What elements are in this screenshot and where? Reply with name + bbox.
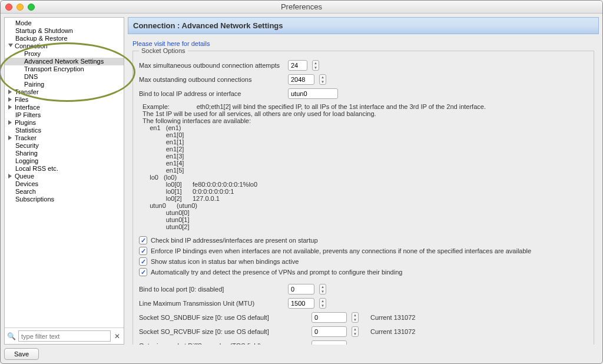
sidebar-item-queue[interactable]: Queue — [5, 173, 124, 180]
rcvbuf-input[interactable] — [312, 326, 347, 337]
preferences-main: Connection : Advanced Network Settings P… — [128, 17, 599, 345]
traffic-lights — [1, 4, 35, 11]
sidebar-item-label: Subscriptions — [15, 196, 54, 203]
sidebar-item-label: Security — [15, 142, 39, 150]
sndbuf-input[interactable] — [312, 312, 347, 323]
max-outstanding-label: Max outstanding outbound connections — [139, 76, 283, 83]
filter-input[interactable] — [18, 330, 111, 342]
bind-port-input[interactable] — [288, 284, 314, 294]
sidebar-item-files[interactable]: Files — [5, 96, 124, 104]
max-outstanding-stepper[interactable]: ▲▼ — [319, 74, 326, 85]
sidebar-item-pairing[interactable]: Pairing — [5, 81, 124, 88]
detect-vpn-label: Automatically try and detect the presenc… — [151, 269, 402, 276]
minimize-window-icon[interactable] — [16, 4, 24, 11]
sidebar-item-label: IP Filters — [15, 111, 41, 119]
chevron-down-icon[interactable] — [8, 44, 14, 49]
chevron-right-icon[interactable] — [8, 120, 14, 125]
sidebar-item-local-rss-etc-[interactable]: Local RSS etc. — [5, 165, 124, 173]
check-bind-startup-label: Check bind IP addresses/interfaces are p… — [151, 237, 318, 244]
preferences-tree[interactable]: ModeStartup & ShutdownBackup & RestoreCo… — [5, 18, 124, 327]
mtu-stepper[interactable]: ▲▼ — [319, 298, 326, 309]
tos-input[interactable] — [312, 340, 347, 345]
tos-label: Outgoing packet DiffServ value (TOS fiel… — [139, 342, 307, 345]
chevron-right-icon[interactable] — [8, 174, 14, 179]
sidebar-item-label: Statistics — [15, 127, 41, 134]
sndbuf-stepper[interactable]: ▲▼ — [352, 312, 359, 323]
sidebar-item-statistics[interactable]: Statistics — [5, 127, 124, 134]
enforce-bindings-checkbox[interactable] — [139, 247, 147, 255]
window-title: Preferences — [1, 2, 602, 11]
sidebar-item-security[interactable]: Security — [5, 142, 124, 150]
sidebar-item-ip-filters[interactable]: IP Filters — [5, 111, 124, 119]
sidebar-item-label: DNS — [24, 73, 38, 81]
sidebar-item-mode[interactable]: Mode — [5, 19, 124, 27]
mtu-input[interactable] — [288, 298, 314, 309]
show-status-icon-checkbox[interactable] — [139, 257, 147, 266]
sidebar-item-plugins[interactable]: Plugins — [5, 119, 124, 127]
sidebar-item-label: Transfer — [15, 88, 39, 96]
preferences-sidebar: ModeStartup & ShutdownBackup & RestoreCo… — [4, 17, 124, 345]
details-link[interactable]: Please visit here for details — [128, 34, 599, 49]
sndbuf-label: Socket SO_SNDBUF size [0: use OS default… — [139, 314, 307, 321]
bind-port-stepper[interactable]: ▲▼ — [319, 284, 326, 294]
max-simultaneous-stepper[interactable]: ▲▼ — [312, 60, 319, 71]
bind-ip-label: Bind to local IP address or interface — [139, 90, 283, 97]
sidebar-item-transfer[interactable]: Transfer — [5, 88, 124, 96]
sidebar-item-label: Advanced Network Settings — [24, 58, 104, 65]
clear-filter-icon[interactable]: ✕ — [113, 332, 121, 340]
show-status-icon-label: Show status icon in status bar when bind… — [151, 258, 299, 265]
sidebar-item-label: Plugins — [15, 119, 36, 127]
sidebar-item-connection[interactable]: Connection — [5, 42, 124, 50]
close-window-icon[interactable] — [5, 4, 12, 11]
sidebar-item-search[interactable]: Search — [5, 188, 124, 196]
zoom-window-icon[interactable] — [28, 4, 35, 11]
bind-port-label: Bind to local port [0: disabled] — [139, 286, 283, 293]
enforce-bindings-label: Enforce IP bindings even when interfaces… — [151, 247, 531, 254]
sidebar-item-label: Devices — [15, 180, 38, 188]
sidebar-item-label: Sharing — [15, 150, 38, 157]
socket-options-group: Socket Options Max simultaneous outbound… — [132, 51, 594, 345]
sidebar-item-dns[interactable]: DNS — [5, 73, 124, 81]
chevron-right-icon[interactable] — [8, 135, 14, 141]
sidebar-item-label: Backup & Restore — [15, 35, 68, 42]
chevron-right-icon[interactable] — [8, 97, 14, 102]
sidebar-item-label: Transport Encryption — [24, 65, 84, 73]
panel-heading: Connection : Advanced Network Settings — [128, 17, 599, 34]
chevron-right-icon[interactable] — [8, 90, 14, 95]
max-simultaneous-label: Max simultaneous outbound connection att… — [139, 62, 283, 69]
sidebar-item-advanced-network-settings[interactable]: Advanced Network Settings — [5, 58, 124, 65]
rcvbuf-label: Socket SO_RCVBUF size [0: use OS default… — [139, 328, 307, 335]
check-bind-startup-checkbox[interactable] — [139, 236, 147, 244]
chevron-right-icon[interactable] — [8, 105, 14, 110]
sidebar-item-startup-shutdown[interactable]: Startup & Shutdown — [5, 27, 124, 35]
sidebar-item-logging[interactable]: Logging — [5, 157, 124, 165]
max-simultaneous-input[interactable] — [288, 60, 307, 71]
sidebar-item-proxy[interactable]: Proxy — [5, 50, 124, 58]
sidebar-item-transport-encryption[interactable]: Transport Encryption — [5, 65, 124, 73]
sidebar-item-tracker[interactable]: Tracker — [5, 134, 124, 142]
sidebar-item-label: Connection — [15, 42, 48, 50]
sidebar-item-label: Proxy — [24, 50, 41, 58]
sidebar-item-devices[interactable]: Devices — [5, 180, 124, 188]
sidebar-item-interface[interactable]: Interface — [5, 104, 124, 111]
sidebar-item-label: Startup & Shutdown — [15, 27, 73, 35]
sidebar-item-label: Mode — [15, 19, 32, 27]
sidebar-item-subscriptions[interactable]: Subscriptions — [5, 196, 124, 203]
sidebar-item-label: Local RSS etc. — [15, 165, 58, 173]
max-outstanding-input[interactable] — [288, 74, 314, 85]
sndbuf-current: Current 131072 — [370, 314, 415, 321]
sidebar-item-label: Logging — [15, 157, 38, 165]
search-icon: 🔍 — [7, 332, 16, 340]
rcvbuf-stepper[interactable]: ▲▼ — [352, 326, 359, 337]
sidebar-item-backup-restore[interactable]: Backup & Restore — [5, 35, 124, 42]
rcvbuf-current: Current 131072 — [370, 328, 415, 335]
bind-ip-input[interactable] — [288, 88, 338, 99]
detect-vpn-checkbox[interactable] — [139, 268, 147, 276]
footer: Save — [1, 345, 602, 363]
mtu-label: Line Maximum Transmission Unit (MTU) — [139, 300, 283, 307]
group-title: Socket Options — [139, 47, 188, 54]
sidebar-item-label: Tracker — [15, 134, 37, 142]
sidebar-item-sharing[interactable]: Sharing — [5, 150, 124, 157]
save-button[interactable]: Save — [4, 348, 39, 360]
sidebar-item-label: Pairing — [24, 81, 44, 88]
